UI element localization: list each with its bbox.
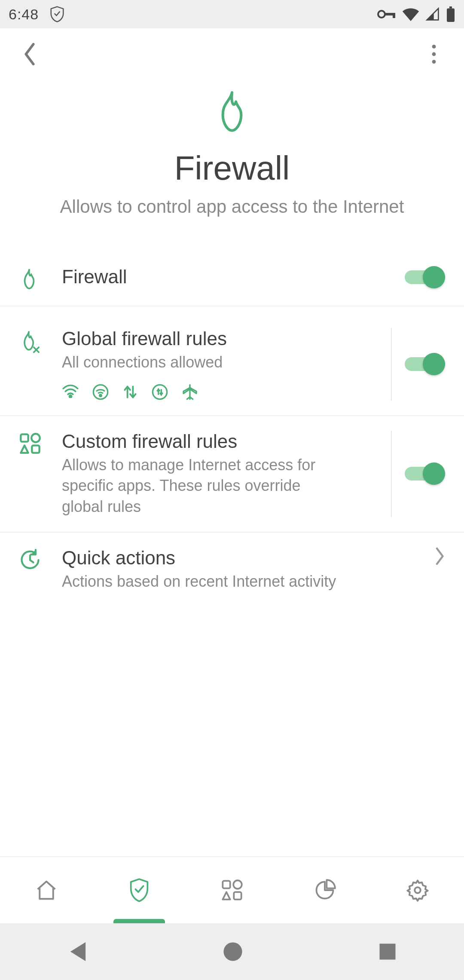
connection-type-icons — [62, 383, 378, 401]
row-global-rules[interactable]: Global firewall rules All connections al… — [0, 306, 464, 416]
svg-point-5 — [432, 45, 436, 49]
svg-point-20 — [415, 887, 421, 893]
svg-point-13 — [153, 385, 167, 399]
row-firewall[interactable]: Firewall — [0, 251, 464, 306]
vpn-key-icon — [377, 9, 396, 19]
gear-icon — [406, 879, 429, 902]
svg-rect-3 — [449, 6, 452, 9]
battery-icon — [446, 6, 455, 22]
tab-apps[interactable] — [186, 857, 278, 923]
svg-point-12 — [100, 395, 102, 397]
circle-home-icon — [223, 941, 243, 962]
chevron-right-icon — [434, 547, 445, 565]
row-global-subtitle: All connections allowed — [62, 352, 378, 373]
svg-point-15 — [31, 434, 40, 442]
triangle-back-icon — [67, 941, 87, 962]
row-quick-actions[interactable]: Quick actions Actions based on recent In… — [0, 533, 464, 607]
page-subtitle: Allows to control app access to the Inte… — [17, 196, 447, 217]
svg-point-18 — [233, 880, 242, 889]
status-time: 6:48 — [9, 6, 39, 23]
svg-rect-4 — [447, 9, 455, 22]
svg-point-6 — [432, 52, 436, 56]
svg-rect-17 — [223, 881, 230, 888]
row-custom-subtitle: Allows to manage Internet access for spe… — [62, 455, 337, 518]
svg-rect-14 — [21, 434, 28, 441]
tab-protection[interactable] — [93, 857, 186, 923]
row-quick-title: Quick actions — [62, 547, 421, 569]
nav-home-button[interactable] — [223, 941, 243, 962]
data-arrows-icon — [122, 383, 138, 401]
svg-point-10 — [69, 395, 71, 397]
page-title: Firewall — [17, 149, 447, 188]
more-vertical-icon — [432, 45, 436, 64]
tab-settings[interactable] — [371, 857, 464, 923]
wifi-icon — [402, 7, 419, 21]
svg-rect-2 — [393, 13, 395, 18]
row-custom-rules[interactable]: Custom firewall rules Allows to manage I… — [0, 416, 464, 533]
firewall-toggle[interactable] — [405, 266, 445, 288]
row-quick-subtitle: Actions based on recent Internet activit… — [62, 571, 421, 592]
wifi-secure-icon — [92, 383, 109, 401]
svg-rect-19 — [234, 892, 241, 899]
tab-indicator — [113, 919, 165, 923]
airplane-icon — [181, 383, 198, 401]
tab-stats[interactable] — [278, 857, 371, 923]
svg-point-21 — [223, 942, 242, 961]
square-recent-icon — [379, 943, 397, 961]
cell-signal-icon — [425, 7, 440, 21]
home-icon — [35, 879, 58, 901]
firewall-hero-icon — [17, 89, 447, 136]
pie-chart-icon — [314, 879, 336, 901]
wifi-icon — [62, 383, 79, 398]
row-firewall-title: Firewall — [62, 266, 392, 288]
tab-home[interactable] — [0, 857, 93, 923]
row-global-title: Global firewall rules — [62, 328, 378, 349]
global-rules-toggle[interactable] — [405, 353, 445, 375]
shield-icon — [49, 5, 65, 23]
data-roaming-icon — [151, 383, 168, 401]
custom-rules-toggle[interactable] — [405, 462, 445, 485]
apps-grid-icon — [221, 879, 243, 901]
app-bar — [0, 28, 464, 80]
clock-refresh-icon — [19, 549, 41, 571]
nav-back-button[interactable] — [67, 941, 87, 962]
svg-rect-16 — [32, 445, 39, 453]
apps-shapes-icon — [19, 432, 41, 455]
row-custom-title: Custom firewall rules — [62, 431, 378, 452]
svg-rect-22 — [379, 943, 395, 959]
android-nav-bar — [0, 923, 464, 980]
flame-icon — [211, 89, 253, 136]
nav-recent-button[interactable] — [379, 943, 397, 961]
android-status-bar: 6:48 — [0, 0, 464, 28]
shield-check-icon — [128, 878, 150, 903]
bottom-tab-bar — [0, 856, 464, 923]
page-header: Firewall Allows to control app access to… — [0, 80, 464, 251]
flame-icon — [19, 268, 40, 291]
svg-point-0 — [378, 11, 385, 18]
svg-point-7 — [432, 60, 436, 64]
flame-x-icon — [19, 330, 41, 354]
more-menu-button[interactable] — [421, 41, 447, 67]
chevron-left-icon — [23, 43, 37, 66]
back-button[interactable] — [17, 41, 43, 67]
